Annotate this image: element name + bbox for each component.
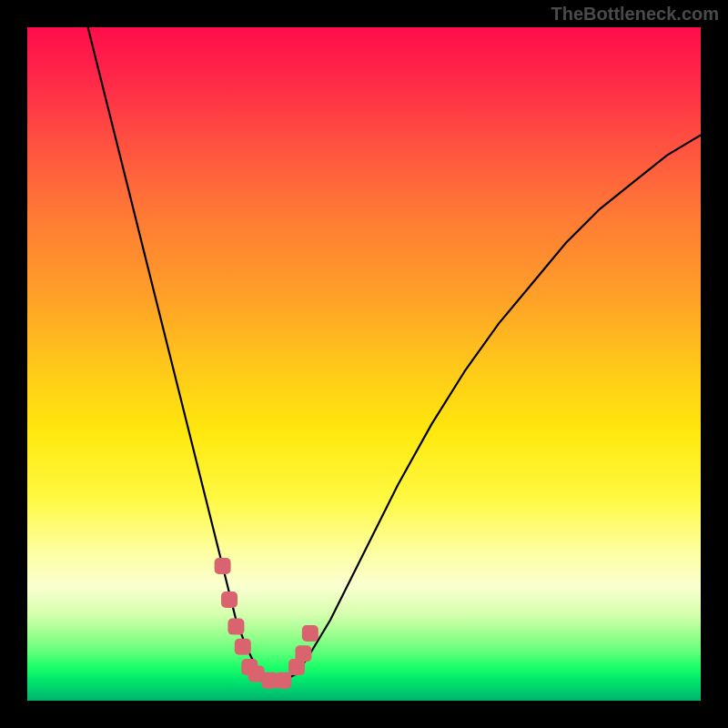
highlight-group (215, 558, 318, 689)
watermark: TheBottleneck.com (551, 4, 719, 25)
highlight-marker (302, 625, 318, 642)
curve-path (88, 27, 701, 681)
highlight-marker (221, 592, 238, 608)
highlight-marker (275, 672, 291, 689)
highlight-marker (215, 558, 231, 574)
plot-area (27, 27, 701, 701)
chart-svg (27, 27, 701, 701)
highlight-marker (235, 639, 251, 655)
highlight-marker (228, 619, 244, 635)
highlight-marker (295, 645, 311, 662)
